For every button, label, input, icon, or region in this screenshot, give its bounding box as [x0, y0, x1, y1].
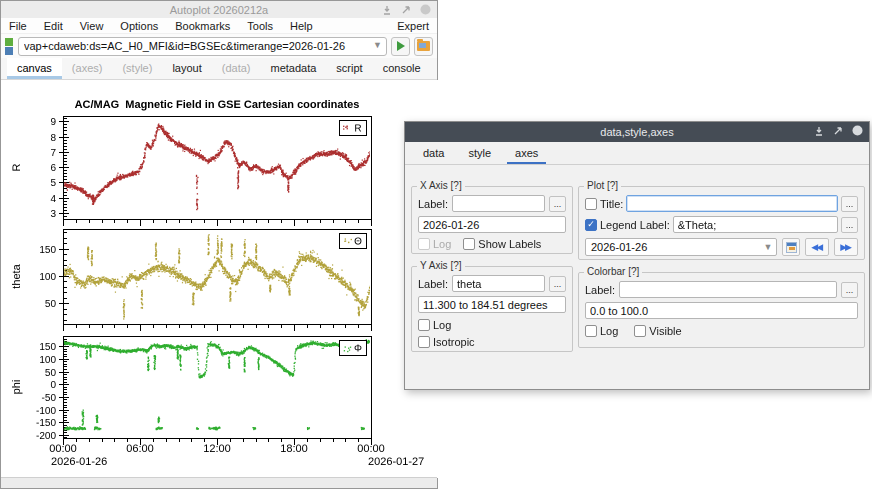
window-title: Autoplot 20260212a [1, 4, 437, 16]
timerange-forward-button[interactable]: ▶▶ [834, 238, 858, 256]
plot-legend-input[interactable] [673, 216, 838, 233]
go-button[interactable] [391, 37, 410, 56]
y-axis-range-input[interactable] [418, 296, 566, 313]
tab-axes[interactable]: (axes) [62, 58, 113, 79]
tab-metadata[interactable]: metadata [260, 58, 326, 79]
y-axis-label-input[interactable] [452, 275, 545, 292]
y-axis-isotropic-checkbox[interactable] [418, 336, 430, 348]
menu-bookmarks[interactable]: Bookmarks [175, 20, 230, 32]
detach-icon[interactable] [833, 126, 843, 136]
x-axis-log-checkbox[interactable] [418, 238, 430, 250]
y-axis-label-editor-button[interactable]: ... [549, 276, 566, 292]
x-axis-group: X Axis [?] Label: ... Log Show Labels [411, 186, 573, 254]
timerange-calendar-button[interactable] [782, 238, 800, 256]
uri-dropdown-icon[interactable]: ▼ [373, 40, 382, 50]
y-axis-log-label: Log [433, 319, 451, 331]
plot-group-label: Plot [?] [584, 180, 621, 191]
colorbar-label-editor-button[interactable]: ... [841, 282, 858, 298]
y-axis-group: Y Axis [?] Label: ... Log Isotropic [411, 266, 573, 352]
plot-title-caption: Title: [600, 198, 623, 210]
dialog-tab-data[interactable]: data [413, 142, 454, 164]
close-icon[interactable] [852, 125, 863, 136]
tab-canvas[interactable]: canvas [7, 58, 62, 79]
status-bar [1, 477, 437, 488]
colorbar-log-label: Log [600, 325, 618, 337]
timerange-back-button[interactable]: ◀◀ [805, 238, 829, 256]
x-axis-show-labels-checkbox[interactable] [463, 238, 475, 250]
folder-icon [417, 41, 430, 51]
colorbar-log-checkbox[interactable] [585, 325, 597, 337]
y-axis-isotropic-label: Isotropic [433, 336, 475, 348]
y-axis-label-caption: Label: [418, 278, 448, 290]
plot-timerange-value: 2026-01-26 [591, 241, 647, 253]
close-icon[interactable] [420, 4, 431, 15]
menu-view[interactable]: View [80, 20, 104, 32]
colorbar-visible-checkbox[interactable] [634, 325, 646, 337]
uri-input[interactable] [18, 37, 387, 56]
play-icon [397, 41, 405, 51]
menu-edit[interactable]: Edit [44, 20, 63, 32]
expert-menu[interactable]: Expert [397, 20, 429, 32]
menu-options[interactable]: Options [120, 20, 158, 32]
colorbar-visible-label: Visible [649, 325, 681, 337]
tab-layout[interactable]: layout [162, 58, 211, 79]
datasource-icon [5, 38, 14, 55]
colorbar-label-input[interactable] [619, 281, 837, 298]
x-axis-log-label: Log [433, 238, 451, 250]
dialog-tab-style[interactable]: style [458, 142, 501, 164]
colorbar-group: Colorbar [?] Label: ... Log Visible [578, 272, 865, 348]
colorbar-group-label: Colorbar [?] [584, 266, 642, 277]
plot-legend-editor-button[interactable]: ... [841, 217, 858, 233]
plot-area [2, 80, 438, 478]
colorbar-label-caption: Label: [585, 284, 615, 296]
plot-title-editor-button[interactable]: ... [841, 196, 858, 212]
plot-group: Plot [?] Title: ... ✓ Legend Label: ... … [578, 186, 865, 260]
address-row: ▼ [1, 34, 437, 58]
dialog-tabs: data style axes [405, 142, 869, 165]
main-titlebar[interactable]: Autoplot 20260212a [1, 1, 437, 18]
menu-file[interactable]: File [9, 20, 27, 32]
x-axis-group-label: X Axis [?] [417, 180, 465, 191]
x-axis-label-input[interactable] [452, 195, 545, 212]
dialog-tab-axes[interactable]: axes [505, 142, 548, 164]
tab-data[interactable]: (data) [212, 58, 261, 79]
menu-tools[interactable]: Tools [247, 20, 273, 32]
plot-title-input[interactable] [626, 195, 838, 212]
detach-icon[interactable] [401, 5, 411, 15]
y-axis-group-label: Y Axis [?] [417, 260, 465, 271]
y-axis-log-checkbox[interactable] [418, 319, 430, 331]
open-file-button[interactable] [414, 37, 433, 56]
plot-legend-checkbox[interactable]: ✓ [585, 219, 597, 231]
dialog-title: data,style,axes [405, 126, 869, 138]
dock-icon[interactable] [814, 126, 824, 136]
dock-icon[interactable] [382, 5, 392, 15]
plot-title-checkbox[interactable] [585, 198, 597, 210]
menu-help[interactable]: Help [290, 20, 313, 32]
calendar-icon [786, 242, 797, 253]
x-axis-label-editor-button[interactable]: ... [549, 196, 566, 212]
plot-timerange-combo[interactable]: 2026-01-26 ▼ [585, 238, 777, 256]
colorbar-range-input[interactable] [585, 302, 858, 319]
dialog-titlebar[interactable]: data,style,axes [405, 122, 869, 142]
tab-style[interactable]: (style) [112, 58, 162, 79]
main-tabs: canvas (axes) (style) layout (data) meta… [1, 58, 437, 80]
autoplot-window: Autoplot 20260212a File Edit View Option… [0, 0, 438, 489]
tab-console[interactable]: console [373, 58, 431, 79]
axes-dialog: data,style,axes data style axes X Axis [… [404, 121, 870, 390]
x-axis-range-input[interactable] [418, 216, 566, 233]
plot-canvas[interactable] [2, 80, 438, 478]
combo-chevron-icon: ▼ [763, 242, 772, 252]
x-axis-label-caption: Label: [418, 198, 448, 210]
tab-script[interactable]: script [326, 58, 372, 79]
x-axis-show-labels-label: Show Labels [478, 238, 541, 250]
menu-bar: File Edit View Options Bookmarks Tools H… [1, 18, 437, 34]
plot-legend-caption: Legend Label: [600, 219, 670, 231]
